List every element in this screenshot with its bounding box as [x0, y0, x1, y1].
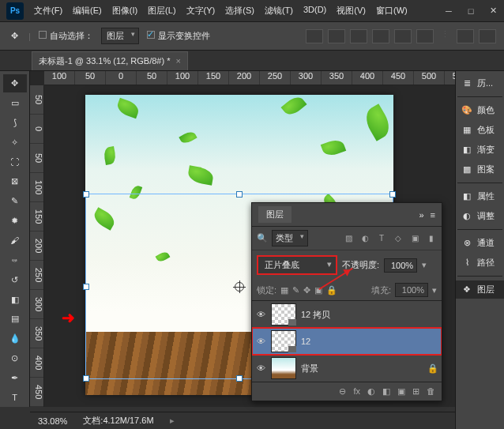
move-tool[interactable]: ✥ — [3, 74, 27, 92]
layer-name[interactable]: 12 — [301, 337, 310, 346]
panel-patterns[interactable]: ▩图案 — [456, 160, 504, 179]
panel-properties[interactable]: ◧属性 — [456, 187, 504, 205]
align-icon[interactable] — [350, 29, 367, 43]
panel-adjustments[interactable]: ◐调整 — [456, 207, 504, 225]
lock-pixels-icon[interactable]: ▦ — [280, 285, 288, 295]
layer-thumbnail[interactable] — [271, 303, 296, 326]
transform-center[interactable] — [233, 280, 246, 293]
align-icon[interactable] — [394, 29, 412, 43]
panel-gradients[interactable]: ◧渐变 — [456, 141, 504, 159]
menu-file[interactable]: 文件(F) — [30, 2, 66, 19]
lock-all-icon[interactable]: 🔒 — [326, 285, 337, 295]
lock-icon: 🔒 — [427, 363, 438, 374]
transform-handle[interactable] — [83, 191, 89, 198]
layer-name[interactable]: 背景 — [301, 363, 318, 374]
menu-window[interactable]: 窗口(W) — [372, 2, 412, 19]
pen-tool[interactable]: ✒ — [3, 369, 27, 387]
blur-tool[interactable]: 💧 — [3, 329, 27, 348]
new-layer-icon[interactable]: ⊞ — [412, 386, 419, 397]
layers-panel[interactable]: 图层 »≡ 🔍 类型 ▨ ◐ T ◇ ▣ ▮ 正片叠底 不透明度: 100% ▾… — [251, 202, 442, 401]
panel-color[interactable]: 🎨颜色 — [456, 101, 504, 119]
transform-handle[interactable] — [236, 191, 243, 198]
lock-move-icon[interactable]: ✥ — [303, 285, 310, 295]
transform-handle[interactable] — [389, 191, 396, 198]
dodge-tool[interactable]: ⊙ — [3, 349, 27, 367]
menu-type[interactable]: 文字(Y) — [182, 2, 220, 19]
menu-filter[interactable]: 滤镜(T) — [261, 2, 297, 19]
visibility-icon[interactable]: 👁 — [255, 363, 266, 374]
delete-layer-icon[interactable]: 🗑 — [427, 386, 435, 397]
menu-view[interactable]: 视图(V) — [333, 2, 370, 19]
maximize-button[interactable]: □ — [466, 6, 476, 16]
minimize-button[interactable]: ─ — [444, 6, 453, 16]
layer-item[interactable]: 👁 背景 🔒 — [252, 355, 442, 382]
gradient-tool[interactable]: ▤ — [3, 310, 27, 329]
transform-handle[interactable] — [83, 375, 89, 382]
layer-item[interactable]: 👁 12 拷贝 — [252, 301, 442, 328]
filter-adjust-icon[interactable]: ◐ — [359, 233, 370, 244]
eraser-tool[interactable]: ◧ — [3, 291, 27, 309]
panel-collapse-icon[interactable]: » — [419, 210, 423, 220]
fx-icon[interactable]: fx — [353, 386, 360, 397]
align-icon[interactable] — [416, 29, 434, 43]
menu-edit[interactable]: 编辑(E) — [69, 2, 106, 19]
filter-toggle-icon[interactable]: ▮ — [426, 233, 437, 244]
panel-layers[interactable]: ❖图层 — [456, 280, 504, 299]
visibility-icon[interactable]: 👁 — [255, 336, 266, 347]
blend-mode-dropdown[interactable]: 正片叠底 — [257, 255, 337, 275]
menu-3d[interactable]: 3D(D) — [299, 2, 330, 19]
lasso-tool[interactable]: ⟆ — [3, 114, 27, 132]
fill-input[interactable]: 100% — [395, 283, 428, 297]
transform-handle[interactable] — [83, 284, 89, 290]
align-icon[interactable] — [306, 29, 323, 43]
menu-select[interactable]: 选择(S) — [221, 2, 258, 19]
text-tool[interactable]: T — [3, 389, 27, 407]
filter-type-icon[interactable]: T — [376, 233, 387, 244]
magic-wand-tool[interactable]: ✧ — [3, 134, 27, 152]
mask-icon[interactable]: ◐ — [367, 386, 375, 397]
distribute-icon[interactable] — [457, 29, 474, 43]
layer-item[interactable]: 👁 12 — [252, 328, 442, 355]
frame-tool[interactable]: ⊠ — [3, 172, 27, 190]
panel-swatches[interactable]: ▦色板 — [456, 121, 504, 139]
auto-select-checkbox[interactable]: 自动选择： — [39, 30, 93, 42]
align-icon[interactable] — [328, 29, 345, 43]
lock-position-icon[interactable]: ✎ — [292, 285, 299, 295]
adjustment-icon[interactable]: ◧ — [382, 386, 390, 397]
panel-channels[interactable]: ⊗通道 — [456, 234, 504, 252]
marquee-tool[interactable]: ▭ — [3, 94, 27, 112]
layer-thumbnail[interactable] — [271, 330, 296, 352]
layers-panel-tab[interactable]: 图层 — [258, 206, 291, 223]
history-brush-tool[interactable]: ↺ — [3, 271, 27, 289]
auto-select-dropdown[interactable]: 图层 — [101, 28, 139, 44]
more-icon[interactable] — [479, 29, 496, 43]
visibility-icon[interactable]: 👁 — [255, 309, 266, 320]
crop-tool[interactable]: ⛶ — [3, 153, 27, 171]
panel-paths[interactable]: ⌇路径 — [456, 254, 504, 272]
layer-thumbnail[interactable] — [271, 357, 296, 379]
move-tool-icon: ✥ — [8, 30, 21, 43]
link-layers-icon[interactable]: ⊖ — [339, 386, 346, 397]
healing-tool[interactable]: ✹ — [3, 212, 27, 230]
close-button[interactable]: ✕ — [488, 6, 498, 16]
layer-name[interactable]: 12 拷贝 — [301, 309, 330, 321]
eyedropper-tool[interactable]: ✎ — [3, 192, 27, 210]
filter-smart-icon[interactable]: ▣ — [409, 233, 420, 244]
brush-tool[interactable]: 🖌 — [3, 231, 27, 250]
filter-shape-icon[interactable]: ◇ — [393, 233, 404, 244]
zoom-level[interactable]: 33.08% — [38, 416, 67, 426]
stamp-tool[interactable]: ⎃ — [3, 251, 27, 269]
transform-handle[interactable] — [236, 375, 243, 382]
opacity-input[interactable]: 100% — [384, 258, 417, 273]
menu-image[interactable]: 图像(I) — [108, 2, 141, 19]
filter-pixel-icon[interactable]: ▨ — [343, 233, 354, 244]
layer-filter-dropdown[interactable]: 类型 — [272, 230, 308, 246]
document-tab[interactable]: 未标题-1 @ 33.1% (12, RGB/8#) * × — [32, 51, 188, 70]
align-icon[interactable] — [372, 29, 389, 43]
panel-menu-icon[interactable]: ≡ — [431, 210, 435, 220]
titlebar: Ps 文件(F) 编辑(E) 图像(I) 图层(L) 文字(Y) 选择(S) 滤… — [0, 0, 504, 22]
panel-history[interactable]: ≣历... — [456, 74, 504, 92]
menu-layer[interactable]: 图层(L) — [144, 2, 179, 19]
group-icon[interactable]: ▣ — [397, 386, 405, 397]
show-transform-checkbox[interactable]: 显示变换控件 — [147, 30, 210, 42]
